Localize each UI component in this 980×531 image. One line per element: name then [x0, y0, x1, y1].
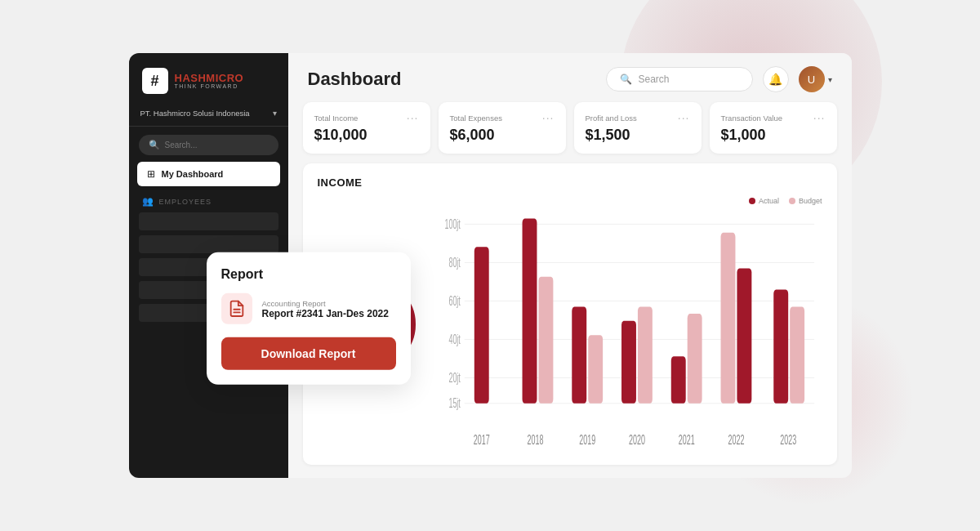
kpi-value-profit: $1,500 [586, 127, 690, 144]
logo-icon: # [142, 68, 168, 94]
kpi-menu-transaction[interactable]: ··· [813, 112, 826, 123]
svg-rect-22 [670, 356, 685, 403]
search-bar[interactable]: 🔍 Search [606, 67, 753, 91]
avatar-chevron-icon: ▾ [828, 75, 832, 84]
sidebar-menu-item-1[interactable] [139, 212, 278, 230]
legend-actual: Actual [749, 197, 779, 205]
kpi-label-expenses: Total Expenses ··· [450, 112, 555, 123]
company-name: PT. Hashmicro Solusi Indonesia [140, 109, 270, 118]
employees-icon: 👥 [142, 196, 154, 207]
kpi-menu-income[interactable]: ··· [407, 112, 419, 123]
logo-tagline: THINK FORWARD [175, 83, 244, 89]
svg-text:2021: 2021 [678, 433, 694, 448]
svg-rect-17 [538, 277, 553, 404]
report-file-info: Accounting Report Report #2341 Jan-Des 2… [262, 298, 389, 319]
avatar[interactable]: U [799, 66, 825, 92]
svg-text:2022: 2022 [728, 433, 744, 448]
report-file: Accounting Report Report #2341 Jan-Des 2… [221, 293, 396, 324]
sidebar-item-label: My Dashboard [162, 169, 224, 179]
report-file-type: Accounting Report [262, 298, 389, 307]
svg-text:2023: 2023 [780, 433, 796, 448]
svg-text:2017: 2017 [473, 433, 489, 448]
report-file-icon [221, 293, 252, 324]
svg-text:2020: 2020 [628, 433, 644, 448]
kpi-value-income: $10,000 [314, 127, 419, 144]
svg-rect-24 [720, 233, 735, 404]
bar-chart-section: Actual Budget [432, 197, 822, 452]
sidebar-search-icon: 🔍 [149, 140, 160, 150]
svg-rect-26 [773, 290, 788, 404]
bar-chart-area: 100jt 80jt 60jt 40jt 20jt 15jt [432, 210, 822, 452]
legend-actual-label: Actual [759, 197, 779, 205]
kpi-card-income: Total Income ··· $10,000 [303, 102, 430, 154]
sidebar-search-placeholder: Search... [165, 141, 198, 149]
legend-actual-dot [749, 198, 755, 204]
svg-text:15jt: 15jt [448, 395, 461, 410]
logo-name: HASHMICRO [175, 73, 244, 83]
kpi-row: Total Income ··· $10,000 Total Expenses … [288, 102, 852, 163]
chart-legend: Actual Budget [432, 197, 822, 205]
company-arrow-icon: ▾ [273, 109, 277, 118]
legend-budget: Budget [789, 197, 822, 205]
svg-text:60jt: 60jt [448, 293, 461, 308]
header: Dashboard 🔍 Search 🔔 U ▾ [288, 53, 852, 102]
svg-rect-15 [474, 247, 488, 404]
avatar-group[interactable]: U ▾ [799, 66, 832, 92]
svg-text:20jt: 20jt [448, 370, 461, 385]
kpi-card-transaction: Transaction Value ··· $1,000 [710, 102, 837, 154]
kpi-label-income: Total Income ··· [314, 112, 419, 123]
svg-rect-16 [522, 218, 537, 403]
dashboard-icon: ⊞ [147, 168, 155, 180]
svg-rect-20 [621, 321, 636, 404]
kpi-menu-expenses[interactable]: ··· [542, 112, 555, 123]
sidebar-logo: # HASHMICRO THINK FORWARD [129, 53, 288, 104]
kpi-value-expenses: $6,000 [450, 127, 555, 144]
notification-button[interactable]: 🔔 [763, 66, 789, 92]
search-placeholder: Search [639, 74, 670, 85]
download-report-button[interactable]: Download Report [221, 337, 396, 370]
employees-label: EMPLOYEES [159, 198, 212, 206]
kpi-value-transaction: $1,000 [721, 127, 826, 144]
legend-budget-dot [789, 198, 795, 204]
kpi-label-profit: Profit and Loss ··· [586, 112, 690, 123]
sidebar-item-dashboard[interactable]: ⊞ My Dashboard [137, 162, 280, 186]
sidebar-section-employees: 👥 EMPLOYEES [129, 186, 288, 210]
report-card: Report Accounting Report Report #2341 Ja… [207, 252, 411, 385]
bar-chart-svg: 100jt 80jt 60jt 40jt 20jt 15jt [432, 210, 822, 452]
svg-text:2018: 2018 [527, 433, 543, 448]
search-icon: 🔍 [620, 74, 632, 85]
sidebar-search[interactable]: 🔍 Search... [139, 135, 278, 155]
company-selector[interactable]: PT. Hashmicro Solusi Indonesia ▾ [129, 104, 288, 127]
report-card-title: Report [221, 267, 396, 282]
page-title: Dashboard [308, 69, 402, 90]
svg-rect-25 [737, 268, 751, 403]
svg-text:80jt: 80jt [448, 255, 461, 270]
income-title: INCOME [318, 176, 822, 189]
svg-text:100jt: 100jt [444, 216, 461, 231]
svg-rect-23 [687, 314, 702, 404]
legend-budget-label: Budget [799, 197, 822, 205]
kpi-card-expenses: Total Expenses ··· $6,000 [439, 102, 566, 154]
svg-text:40jt: 40jt [448, 332, 461, 346]
svg-rect-19 [588, 335, 603, 404]
header-right: 🔍 Search 🔔 U ▾ [606, 66, 832, 92]
svg-rect-18 [572, 306, 586, 403]
svg-text:2019: 2019 [579, 433, 595, 448]
kpi-menu-profit[interactable]: ··· [678, 112, 690, 123]
report-file-name: Report #2341 Jan-Des 2022 [262, 307, 389, 319]
svg-rect-21 [637, 306, 652, 403]
kpi-card-profit: Profit and Loss ··· $1,500 [574, 102, 702, 154]
logo-text: HASHMICRO THINK FORWARD [175, 73, 244, 89]
sidebar-menu-item-2[interactable] [139, 235, 278, 253]
kpi-label-transaction: Transaction Value ··· [721, 112, 826, 123]
svg-rect-27 [790, 306, 804, 403]
